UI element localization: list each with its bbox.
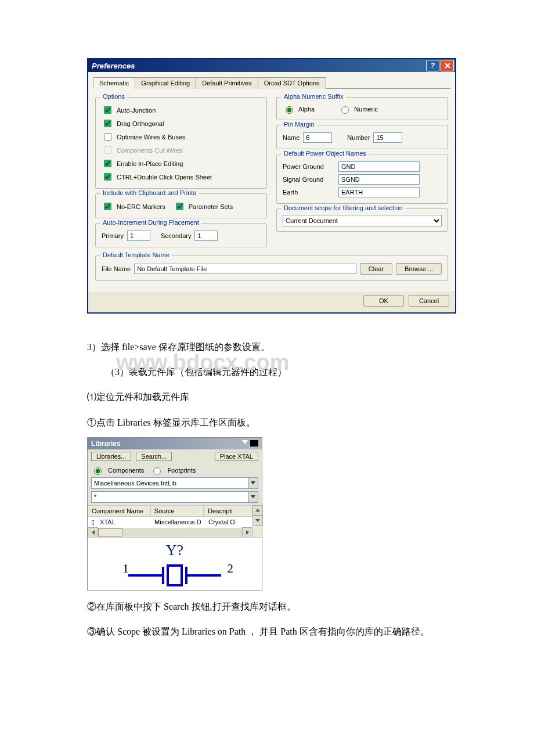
auto-junction-checkbox[interactable] <box>104 106 111 114</box>
optimize-wires-checkbox[interactable] <box>104 133 111 141</box>
doc-line-3: ⑴定位元件和加载元件库 <box>87 387 447 407</box>
library-select[interactable]: Miscellaneous Devices.IntLib <box>91 477 258 489</box>
power-ground-label: Power Ground <box>283 163 335 170</box>
drag-orthogonal-checkbox[interactable] <box>104 120 111 127</box>
column-headers: Component Name Source Descripti <box>88 505 252 517</box>
pin-number-label: Number <box>347 134 370 141</box>
pin-name-input[interactable] <box>303 132 332 143</box>
doc-line-2: （3）装载元件库（包括编辑元器件的过程） <box>87 362 447 382</box>
group-template: Default Template Name File Name Clear Br… <box>95 255 448 281</box>
components-cut-wires-label: Components Cut Wires <box>117 147 183 154</box>
signal-ground-input[interactable] <box>338 174 420 185</box>
signal-ground-label: Signal Ground <box>283 176 335 183</box>
doc-line-1: 3）选择 file>save 保存原理图纸的参数设置。 <box>87 337 447 357</box>
filename-label: File Name <box>102 265 131 272</box>
alpha-label: Alpha <box>298 106 315 113</box>
close-icon <box>445 63 450 69</box>
browse-button[interactable]: Browse ... <box>396 263 442 275</box>
clipboard-legend: Include with Clipboard and Prints <box>100 189 199 196</box>
group-alpha-numeric: Alpha Numeric Suffix Alpha Numeric <box>276 97 448 120</box>
alpha-num-legend: Alpha Numeric Suffix <box>282 93 346 100</box>
primary-label: Primary <box>102 232 124 239</box>
pin-name-label: Name <box>283 134 300 141</box>
scroll-right-icon[interactable] <box>242 527 252 538</box>
ctrl-dblclick-label: CTRL+Double Click Opens Sheet <box>117 174 212 181</box>
template-legend: Default Template Name <box>100 251 172 258</box>
no-erc-label: No-ERC Markers <box>117 203 165 210</box>
power-names-legend: Default Power Object Names <box>282 150 369 157</box>
chevron-down-icon[interactable] <box>248 478 258 488</box>
group-power-names: Default Power Object Names Power Ground … <box>276 154 448 204</box>
scroll-left-icon[interactable] <box>88 527 98 538</box>
clear-button[interactable]: Clear <box>360 263 392 275</box>
dropdown-icon[interactable] <box>242 440 248 444</box>
libraries-button[interactable]: Libraries... <box>91 452 131 461</box>
enable-inplace-label: Enable In-Place Editing <box>117 160 183 167</box>
tab-schematic[interactable]: Schematic <box>93 77 135 89</box>
titlebar[interactable]: Preferences ? <box>88 59 455 72</box>
doc-line-5: ②在库面板中按下 Search 按钮,打开查找库对话框。 <box>87 596 447 617</box>
component-preview: Y? 1 2 <box>88 537 262 590</box>
tab-graphical-editing[interactable]: Graphical Editing <box>135 77 196 89</box>
tab-orcad-sdt-options[interactable]: Orcad SDT Options <box>258 77 326 89</box>
doc-line-6: ③确认 Scope 被设置为 Libraries on Path ， 并且 Pa… <box>110 621 447 642</box>
libraries-titlebar[interactable]: Libraries <box>88 438 262 449</box>
group-options: Options Auto-Junction Drag Orthogonal Op… <box>95 97 267 189</box>
group-doc-scope: Document scope for filtering and selecti… <box>276 208 448 232</box>
scroll-down-icon[interactable] <box>252 516 263 526</box>
scroll-thumb[interactable] <box>98 528 122 537</box>
tab-default-primitives[interactable]: Default Primitives <box>196 77 258 89</box>
preview-designator: Y? <box>166 542 183 559</box>
alpha-radio[interactable] <box>286 106 293 114</box>
filter-value: * <box>94 494 96 501</box>
tabs: Schematic Graphical Editing Default Prim… <box>93 77 450 89</box>
primary-input[interactable] <box>127 231 150 241</box>
scroll-up-icon[interactable] <box>252 505 263 516</box>
col-component-name[interactable]: Component Name <box>88 505 150 517</box>
col-description[interactable]: Descripti <box>204 505 252 517</box>
numeric-radio[interactable] <box>341 106 349 114</box>
group-clipboard: Include with Clipboard and Prints No-ERC… <box>95 193 267 218</box>
close-button[interactable] <box>441 60 454 71</box>
crystal-symbol-icon: Y? 1 2 <box>88 538 262 590</box>
pin-icon[interactable] <box>250 440 258 447</box>
cancel-button[interactable]: Cancel <box>409 295 449 307</box>
enable-inplace-checkbox[interactable] <box>104 160 111 167</box>
library-select-value: Miscellaneous Devices.IntLib <box>94 480 176 487</box>
ok-button[interactable]: OK <box>363 295 404 307</box>
doc-line-4: ①点击 Libraries 标签显示库工作区面板。 <box>87 412 447 433</box>
no-erc-checkbox[interactable] <box>104 203 111 210</box>
preview-pin2: 2 <box>227 561 233 575</box>
svg-rect-2 <box>168 566 182 585</box>
libraries-panel: Libraries Libraries... Search... Place X… <box>87 437 262 591</box>
vertical-scrollbar[interactable] <box>252 505 262 537</box>
secondary-input[interactable] <box>194 231 218 241</box>
search-button[interactable]: Search... <box>136 452 172 461</box>
components-cut-wires-checkbox <box>104 146 111 154</box>
group-pin-margin: Pin Margin Name Number <box>276 125 448 149</box>
col-source[interactable]: Source <box>150 505 204 517</box>
auto-junction-label: Auto-Junction <box>117 107 156 114</box>
horizontal-scrollbar[interactable] <box>88 528 252 537</box>
auto-inc-legend: Auto-Increment During Placement <box>100 219 201 226</box>
row-source: Miscellaneous D <box>151 517 205 528</box>
optimize-wires-label: Optimize Wires & Buses <box>117 134 186 141</box>
components-radio[interactable] <box>94 467 102 475</box>
libraries-title: Libraries <box>91 440 121 448</box>
filter-select[interactable]: * <box>91 491 258 503</box>
help-button[interactable]: ? <box>426 60 439 71</box>
place-button[interactable]: Place XTAL <box>215 452 258 461</box>
footprints-label: Footprints <box>167 467 196 474</box>
list-item[interactable]: ▯ XTAL Miscellaneous D Crystal O <box>88 517 252 528</box>
footprints-radio[interactable] <box>153 467 161 475</box>
param-sets-checkbox[interactable] <box>176 203 183 210</box>
doc-scope-select[interactable]: Current Document <box>283 215 442 226</box>
doc-scope-legend: Document scope for filtering and selecti… <box>282 204 405 211</box>
pin-number-input[interactable] <box>373 132 402 143</box>
power-ground-input[interactable] <box>338 161 420 172</box>
chevron-down-icon[interactable] <box>248 492 258 502</box>
earth-input[interactable] <box>338 187 420 197</box>
filename-input[interactable] <box>134 264 356 274</box>
secondary-label: Secondary <box>161 232 192 239</box>
ctrl-dblclick-checkbox[interactable] <box>104 173 111 181</box>
